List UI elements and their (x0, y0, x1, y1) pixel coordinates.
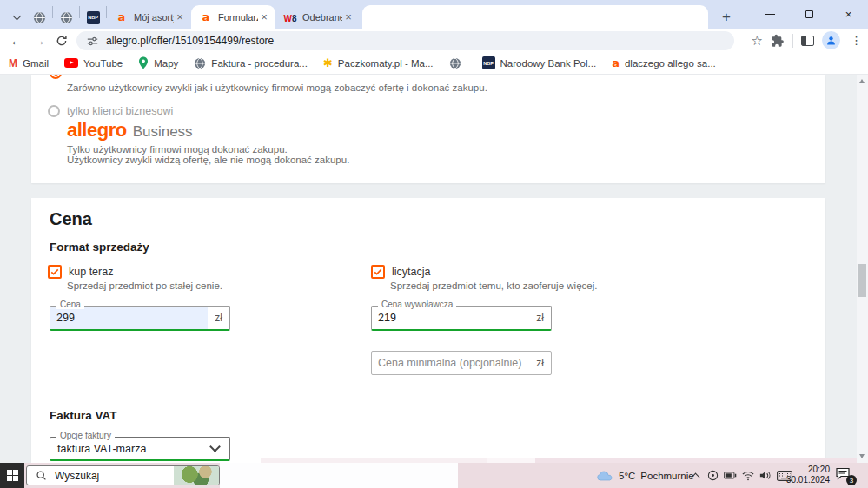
bookmark-label: Narodowy Bank Pol... (500, 58, 597, 69)
pinned-tab-nbp[interactable]: NBP (80, 6, 106, 29)
allegro-favicon: a (115, 10, 129, 23)
bookmark-nbp[interactable]: NBP Narodowy Bank Pol... (482, 56, 597, 69)
tab-moj-asortyment[interactable]: a Mój asortym × (107, 5, 191, 29)
bookmark-globe[interactable] (449, 57, 467, 69)
address-bar[interactable]: allegro.pl/offer/15109154499/restore (76, 31, 734, 50)
scrollbar-thumb[interactable] (858, 264, 866, 297)
site-info-icon[interactable] (87, 36, 98, 47)
tab-close-icon[interactable]: × (174, 11, 186, 23)
bookmark-paczkomaty[interactable]: ✱ Paczkomaty.pl - Ma... (323, 56, 434, 69)
extensions-icon[interactable] (771, 34, 785, 48)
gmail-icon: M (9, 57, 17, 69)
checkbox-kup-teraz[interactable] (48, 265, 62, 279)
profile-avatar[interactable] (822, 31, 840, 49)
business-logo-text: Business (133, 123, 193, 140)
wifi-icon[interactable] (741, 469, 754, 483)
min-price-currency-suffix: zł (529, 357, 551, 369)
checkbox-row-licytacja[interactable]: licytacja (371, 265, 430, 279)
bing-daily-image[interactable] (174, 466, 219, 485)
globe-icon (33, 11, 46, 24)
price-currency-suffix: zł (208, 312, 229, 324)
battery-icon[interactable] (724, 469, 737, 483)
kup-teraz-label: kup teraz (69, 266, 113, 278)
min-price-field: zł (371, 351, 552, 375)
start-price-field: Cena wywoławcza zł (371, 306, 552, 331)
faktura-vat-heading: Faktura VAT (50, 409, 117, 422)
tab-odebrane[interactable]: W8 Odebrane - W × (275, 5, 360, 29)
bookmark-dlaczego-allegro[interactable]: a dlaczego allego sa... (612, 56, 716, 69)
radio-business-clients[interactable] (48, 105, 60, 117)
business-description-line2: Użytkownicy zwykli widzą ofertę, ale nie… (67, 155, 349, 165)
pinned-tab-globe-2[interactable] (53, 6, 79, 29)
menu-kebab-icon[interactable]: ⋮ (848, 34, 865, 47)
wp-favicon: W8 (283, 10, 297, 25)
maximize-button[interactable] (790, 0, 829, 29)
price-card: Cena Format sprzedaży kup teraz Sprzedaj… (31, 198, 825, 463)
invoice-options-select[interactable]: Opcje faktury faktura VAT-marża (50, 437, 230, 461)
volume-icon[interactable] (759, 469, 772, 483)
url-text: allegro.pl/offer/15109154499/restore (106, 35, 274, 47)
forward-button[interactable]: → (28, 30, 50, 51)
price-field: Cena zł (50, 306, 230, 331)
meet-now-icon[interactable] (706, 469, 719, 483)
side-panel-icon[interactable] (801, 36, 814, 46)
price-input[interactable] (50, 307, 208, 329)
taskbar-apps-area[interactable] (220, 463, 458, 488)
globe-icon (60, 11, 73, 24)
minimize-icon (765, 14, 775, 15)
scroll-up-arrow[interactable] (859, 79, 865, 83)
tab-blank[interactable] (362, 5, 708, 29)
chevron-down-icon (209, 441, 221, 452)
licytacja-label: licytacja (392, 266, 430, 278)
tab-label: Formularz w (218, 12, 258, 23)
back-button[interactable]: ← (5, 30, 28, 51)
start-button[interactable] (0, 463, 24, 488)
radio-business-label: tylko klienci biznesowi (67, 105, 173, 117)
checkbox-licytacja[interactable] (371, 265, 385, 279)
maps-pin-icon (138, 56, 149, 69)
bookmark-star-icon[interactable]: ☆ (752, 33, 763, 49)
radio-row-business[interactable]: tylko klienci biznesowi (48, 105, 173, 117)
tab-formularz-active[interactable]: a Formularz w × (191, 5, 275, 29)
bookmark-faktura[interactable]: Faktura - procedura... (194, 57, 308, 69)
allegro-favicon: a (199, 10, 213, 23)
taskbar-clock[interactable]: 20:20 30.01.2024 (783, 465, 830, 485)
pinned-tab-globe-1[interactable] (26, 6, 52, 29)
tab-label: Odebrane - W (302, 12, 342, 23)
section-title-cena: Cena (50, 209, 92, 229)
person-icon (825, 35, 837, 46)
invoice-select-value: faktura VAT-marża (50, 443, 211, 455)
bookmark-gmail[interactable]: M Gmail (9, 57, 49, 69)
tab-close-icon[interactable]: × (342, 11, 354, 23)
bookmark-mapy[interactable]: Mapy (138, 56, 178, 69)
new-tab-button[interactable]: + (715, 6, 738, 29)
taskbar-weather[interactable]: 5°C Pochmurnie (596, 463, 694, 488)
tab-search-chevron-icon[interactable] (7, 6, 26, 29)
tray-chevron-up-icon[interactable] (689, 469, 702, 483)
check-icon (373, 267, 383, 277)
close-button[interactable]: × (829, 0, 868, 29)
bookmark-youtube[interactable]: YouTube (64, 58, 123, 69)
radio-all-users-clipped[interactable] (50, 75, 62, 79)
minimize-button[interactable] (751, 0, 790, 29)
youtube-icon (64, 58, 78, 68)
all-users-description: Zarówno użytkownicy zwykli jak i użytkow… (67, 82, 487, 93)
action-center-button[interactable]: 3 (836, 467, 855, 484)
format-sprzedazy-heading: Format sprzedaży (50, 241, 149, 254)
invoice-select-label: Opcje faktury (56, 432, 115, 440)
tab-close-icon[interactable]: × (258, 11, 270, 23)
bookmark-label: YouTube (83, 58, 123, 69)
start-price-currency-suffix: zł (529, 312, 551, 324)
browser-toolbar: ← → allegro.pl/offer/15109154499/restore… (0, 29, 868, 52)
bookmarks-bar: M Gmail YouTube Mapy Faktura - procedura… (0, 52, 868, 75)
scrollbar[interactable] (857, 75, 868, 463)
taskbar-search[interactable]: Wyszukaj (26, 465, 220, 485)
reload-button[interactable] (50, 30, 73, 51)
checkbox-row-kup-teraz[interactable]: kup teraz (48, 265, 113, 279)
cloud-icon (596, 470, 613, 482)
scroll-down-arrow[interactable] (859, 454, 865, 458)
allegro-logo-text: allegro (67, 119, 127, 141)
start-price-input[interactable] (372, 307, 529, 329)
min-price-input[interactable] (372, 352, 529, 374)
allegro-icon: a (612, 56, 620, 69)
